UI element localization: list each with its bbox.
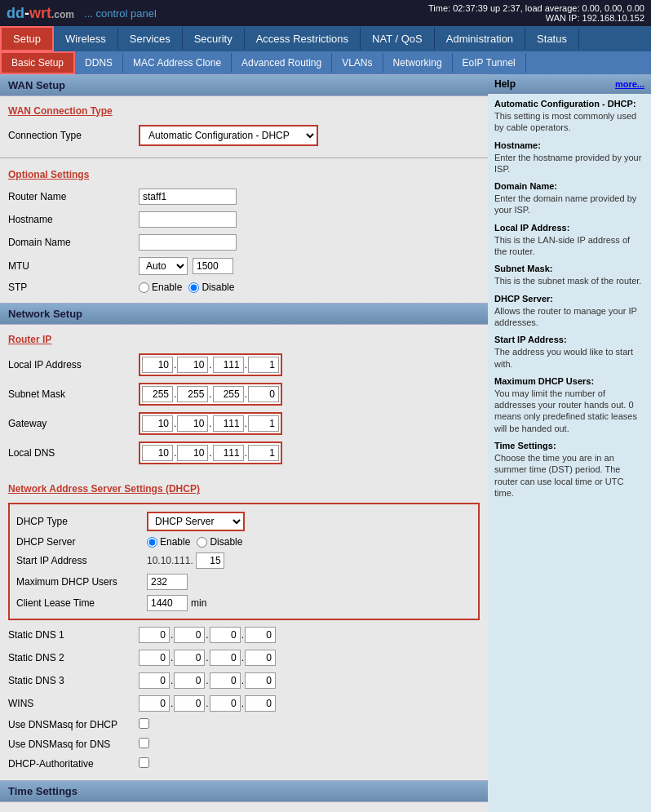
hostname-input[interactable] <box>139 211 237 228</box>
local-ip-a[interactable] <box>142 357 173 373</box>
router-name-input[interactable] <box>139 189 237 205</box>
nav1-setup[interactable]: Setup <box>0 26 54 51</box>
help-content: Automatic Configuration - DHCP: This set… <box>488 94 651 510</box>
stp-enable-radio[interactable] <box>139 282 149 293</box>
nav1-nat-qos[interactable]: NAT / QoS <box>361 28 435 50</box>
stp-disable-radio[interactable] <box>188 282 199 293</box>
mtu-value-input[interactable] <box>193 258 233 274</box>
gateway-c[interactable] <box>213 415 244 432</box>
help-item-text-7: You may limit the number of addresses yo… <box>494 388 644 434</box>
sdns1-b[interactable] <box>174 627 205 643</box>
subnet-b[interactable] <box>177 386 208 402</box>
sdns2-c[interactable] <box>210 650 241 666</box>
mtu-label: MTU <box>8 260 139 272</box>
static-dns1-label: Static DNS 1 <box>8 629 139 641</box>
gateway-d[interactable] <box>248 415 279 432</box>
nav2-vlans[interactable]: VLANs <box>332 53 383 73</box>
gateway-b[interactable] <box>177 415 208 432</box>
nav2-networking[interactable]: Networking <box>383 53 453 73</box>
static-dns1-group: . . . <box>139 627 276 643</box>
nav1-status[interactable]: Status <box>525 28 579 50</box>
sdns2-b[interactable] <box>174 650 205 666</box>
help-item-1: Hostname: Enter the hostname provided by… <box>494 140 644 175</box>
sdns3-c[interactable] <box>210 672 241 689</box>
nav2-advanced-routing[interactable]: Advanced Routing <box>232 53 332 73</box>
domain-name-row: Domain Name <box>0 231 488 254</box>
nav2-eoi-tunnel[interactable]: EoIP Tunnel <box>453 53 526 73</box>
dhcp-server-control: Enable Disable <box>147 536 472 548</box>
lease-time-input[interactable] <box>147 595 188 611</box>
sdns3-b[interactable] <box>174 672 205 689</box>
wan-connection-type-title: WAN Connection Type <box>0 103 488 122</box>
subnet-d[interactable] <box>248 386 279 402</box>
help-item-text-1: Enter the hostname provided by your ISP. <box>494 152 644 175</box>
nav1-access-restrictions[interactable]: Access Restrictions <box>245 28 361 50</box>
connection-type-select[interactable]: Automatic Configuration - DHCP Static IP… <box>139 125 318 146</box>
static-dns2-label: Static DNS 2 <box>8 652 139 663</box>
local-ip-c[interactable] <box>213 357 244 373</box>
wins-d[interactable] <box>245 695 276 712</box>
dhcp-enable-radio[interactable] <box>147 537 157 548</box>
logo-tld: .com <box>51 9 74 20</box>
nav1-services[interactable]: Services <box>118 28 183 50</box>
start-ip-suffix-input[interactable] <box>196 552 224 569</box>
dhcp-auth-checkbox[interactable] <box>139 757 149 768</box>
sdns2-d[interactable] <box>245 650 276 666</box>
static-dns1-control: . . . <box>139 627 480 643</box>
dhcp-type-select[interactable]: DHCP Server DHCP Forwarder <box>147 512 245 531</box>
max-users-label: Maximum DHCP Users <box>16 576 147 588</box>
domain-name-input[interactable] <box>139 234 237 251</box>
nav1-wireless[interactable]: Wireless <box>54 28 118 50</box>
connection-type-label: Connection Type <box>8 130 139 141</box>
sdns3-a[interactable] <box>139 672 170 689</box>
sdns2-a[interactable] <box>139 650 170 666</box>
nav2-basic-setup[interactable]: Basic Setup <box>0 51 75 74</box>
dns-a[interactable] <box>142 445 173 461</box>
static-dns3-group: . . . <box>139 672 276 689</box>
stp-disable-text: Disable <box>202 282 234 293</box>
lease-time-control: min <box>147 595 472 611</box>
sdns1-a[interactable] <box>139 627 170 643</box>
sdns1-c[interactable] <box>210 627 241 643</box>
dhcp-enable-label: Enable <box>147 536 190 548</box>
subnet-c[interactable] <box>213 386 244 402</box>
subnet-mask-control: . . . <box>139 383 480 406</box>
wins-b[interactable] <box>174 695 205 712</box>
nav2-ddns[interactable]: DDNS <box>75 53 123 73</box>
gateway-group: . . . <box>139 412 282 435</box>
dhcp-disable-label: Disable <box>197 536 242 548</box>
dns-b[interactable] <box>177 445 208 461</box>
static-dns3-row: Static DNS 3 . . . <box>0 669 488 692</box>
dnsmasq-dhcp-row: Use DNSMasq for DHCP <box>0 715 488 734</box>
local-ip-d[interactable] <box>248 357 279 373</box>
dhcp-type-label: DHCP Type <box>16 516 147 527</box>
help-item-text-4: This is the subnet mask of the router. <box>494 275 644 286</box>
dnsmasq-dhcp-control <box>139 718 480 731</box>
gateway-a[interactable] <box>142 415 173 432</box>
nav2-mac-address-clone[interactable]: MAC Address Clone <box>123 53 232 73</box>
nav1-administration[interactable]: Administration <box>435 28 525 50</box>
local-ip-b[interactable] <box>177 357 208 373</box>
dns-d[interactable] <box>248 445 279 461</box>
hostname-row: Hostname <box>0 208 488 231</box>
dhcp-disable-radio[interactable] <box>197 537 207 548</box>
wins-c[interactable] <box>210 695 241 712</box>
dhcp-auth-row: DHCP-Authoritative <box>0 754 488 774</box>
nav1-security[interactable]: Security <box>183 28 245 50</box>
dns-c[interactable] <box>213 445 244 461</box>
max-users-input[interactable] <box>147 574 188 590</box>
dnsmasq-dns-checkbox[interactable] <box>139 738 149 748</box>
help-panel: Help more... Automatic Configuration - D… <box>488 74 651 812</box>
wins-a[interactable] <box>139 695 170 712</box>
local-ip-group: . . . <box>139 353 282 376</box>
nav2: Basic Setup DDNS MAC Address Clone Advan… <box>0 51 651 74</box>
gateway-label: Gateway <box>8 418 139 429</box>
mtu-select[interactable]: Auto Manual <box>139 257 188 275</box>
sdns1-d[interactable] <box>245 627 276 643</box>
help-more-link[interactable]: more... <box>615 79 644 89</box>
dnsmasq-dhcp-checkbox[interactable] <box>139 718 149 729</box>
sdns3-d[interactable] <box>245 672 276 689</box>
logo-control: ... control panel <box>84 7 157 20</box>
connection-type-row: Connection Type Automatic Configuration … <box>0 122 488 149</box>
subnet-a[interactable] <box>142 386 173 402</box>
